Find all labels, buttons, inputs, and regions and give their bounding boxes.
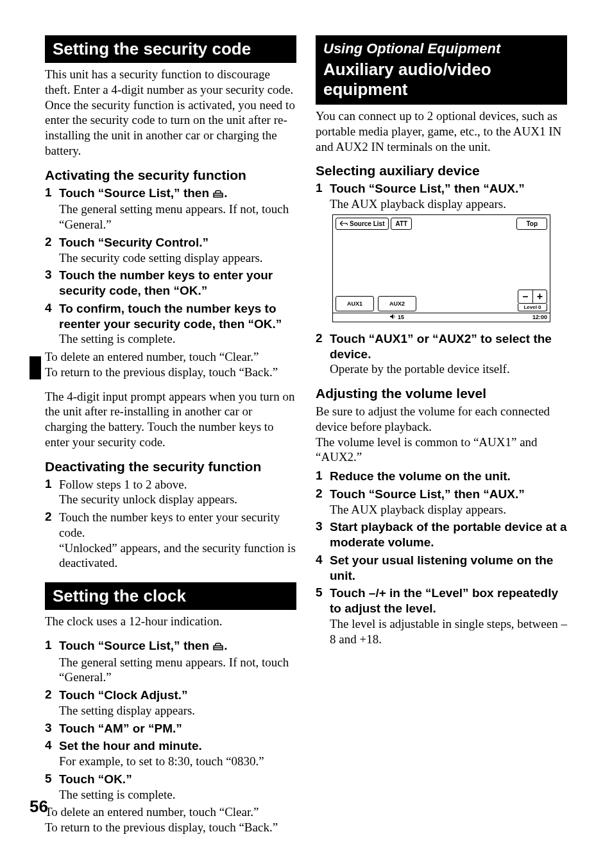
activate-step-3: 3 Touch the number keys to enter your se… bbox=[45, 268, 296, 299]
step-follow: The general setting menu appears. If not… bbox=[59, 655, 289, 684]
step-number: 3 bbox=[45, 721, 59, 736]
over-heading: Using Optional Equipment bbox=[316, 35, 567, 58]
step-lead: Touch “OK.” bbox=[59, 772, 132, 786]
step-lead: Touch “AUX1” or “AUX2” to select the dev… bbox=[330, 332, 552, 361]
step-number: 1 bbox=[316, 181, 330, 212]
clock-step-1: 1 Touch “Source List,” then . The genera… bbox=[45, 638, 296, 685]
step-follow: For example, to set to 8:30, touch “0830… bbox=[59, 754, 264, 768]
adjust-step-2: 2 Touch “Source List,” then “AUX.” The A… bbox=[316, 487, 567, 517]
step-follow: The general setting menu appears. If not… bbox=[59, 202, 289, 231]
toolbox-icon bbox=[212, 187, 224, 202]
step-number: 4 bbox=[45, 301, 59, 347]
activate-note-1: To delete an entered number, touch “Clea… bbox=[45, 349, 296, 380]
step-follow: The security code setting display appear… bbox=[59, 251, 263, 265]
step-text: Touch the number keys to enter your secu… bbox=[59, 510, 280, 539]
step-follow: The AUX playback display appears. bbox=[330, 197, 506, 211]
step-number: 3 bbox=[45, 268, 59, 299]
step-number: 3 bbox=[316, 519, 330, 550]
step-follow: The setting display appears. bbox=[59, 704, 195, 717]
step-lead: Touch “Source List,” then “AUX.” bbox=[330, 182, 525, 195]
activating-heading: Activating the security function bbox=[45, 168, 296, 183]
step-follow: The level is adjustable in single steps,… bbox=[330, 617, 567, 646]
adjust-step-5: 5 Touch –/+ in the “Level” box repeatedl… bbox=[316, 586, 567, 647]
aux-content-area bbox=[333, 232, 550, 293]
activate-step-4: 4 To confirm, touch the number keys to r… bbox=[45, 301, 296, 347]
aux2-button[interactable]: AUX2 bbox=[378, 296, 416, 311]
manual-page: Setting the security code This unit has … bbox=[0, 0, 612, 868]
activate-step-2: 2 Touch “Security Control.” The security… bbox=[45, 235, 296, 266]
select-step-2: 2 Touch “AUX1” or “AUX2” to select the d… bbox=[316, 331, 567, 377]
aux-status-bar: 15 12:00 bbox=[333, 313, 550, 322]
deactivate-step-1: 1 Follow steps 1 to 2 above. The securit… bbox=[45, 477, 296, 508]
step-number: 4 bbox=[316, 553, 330, 584]
adjust-step-4: 4 Set your usual listening volume on the… bbox=[316, 553, 567, 584]
att-button[interactable]: ATT bbox=[391, 218, 412, 230]
level-minus-button[interactable]: – bbox=[518, 290, 532, 303]
clock-step-2: 2 Touch “Clock Adjust.” The setting disp… bbox=[45, 688, 296, 718]
step-number: 2 bbox=[45, 235, 59, 266]
step-lead: Start playback of the portable device at… bbox=[330, 520, 567, 549]
step-lead-tail: . bbox=[224, 186, 227, 200]
clock-note: To delete an entered number, touch “Clea… bbox=[45, 804, 296, 835]
step-follow: The setting is complete. bbox=[59, 788, 176, 801]
section-index-tab bbox=[30, 356, 41, 379]
aux-intro: You can connect up to 2 optional devices… bbox=[316, 108, 567, 154]
step-number: 2 bbox=[316, 331, 330, 377]
step-follow: The security unlock display appears. bbox=[59, 492, 237, 506]
step-lead: Touch “Source List,” then “AUX.” bbox=[330, 487, 525, 501]
deactivate-step-2: 2 Touch the number keys to enter your se… bbox=[45, 510, 296, 571]
step-follow: Operate by the portable device itself. bbox=[330, 362, 510, 376]
step-number: 1 bbox=[45, 638, 59, 685]
step-follow: “Unlocked” appears, and the security fun… bbox=[59, 541, 296, 570]
step-number: 1 bbox=[45, 186, 59, 232]
adjust-step-3: 3 Start playback of the portable device … bbox=[316, 519, 567, 550]
step-lead: Touch “Source List,” then bbox=[59, 639, 212, 652]
security-intro: This unit has a security function to dis… bbox=[45, 67, 296, 159]
clock-step-5: 5 Touch “OK.” The setting is complete. bbox=[45, 772, 296, 803]
step-lead: To confirm, touch the number keys to ree… bbox=[59, 302, 282, 331]
step-number: 1 bbox=[316, 469, 330, 484]
aux1-button[interactable]: AUX1 bbox=[336, 296, 374, 311]
step-lead: Reduce the volume on the unit. bbox=[330, 469, 511, 483]
top-button[interactable]: Top bbox=[516, 218, 547, 230]
source-list-label: Source List bbox=[350, 220, 384, 227]
step-lead: Set your usual listening volume on the u… bbox=[330, 553, 553, 582]
section-heading-security: Setting the security code bbox=[45, 35, 296, 63]
clock-step-4: 4 Set the hour and minute. For example, … bbox=[45, 738, 296, 769]
activate-step-1: 1 Touch “Source List,” then . The genera… bbox=[45, 186, 296, 232]
step-follow: The setting is complete. bbox=[59, 332, 176, 345]
toolbox-icon bbox=[212, 639, 224, 655]
source-list-button[interactable]: Source List bbox=[336, 218, 389, 230]
activate-note-2: The 4-digit input prompt appears when yo… bbox=[45, 389, 296, 450]
step-number: 2 bbox=[45, 510, 59, 571]
step-follow: The AUX playback display appears. bbox=[330, 503, 506, 516]
svg-point-0 bbox=[346, 223, 347, 224]
step-lead: Set the hour and minute. bbox=[59, 739, 202, 752]
step-text: Follow steps 1 to 2 above. bbox=[59, 478, 187, 491]
step-lead: Touch “Clock Adjust.” bbox=[59, 688, 188, 702]
volume-value: 15 bbox=[398, 314, 404, 320]
step-lead: Touch “Source List,” then bbox=[59, 186, 212, 200]
step-number: 5 bbox=[316, 586, 330, 647]
step-number: 2 bbox=[45, 688, 59, 718]
clock-intro: The clock uses a 12-hour indication. bbox=[45, 614, 296, 629]
step-number: 2 bbox=[316, 487, 330, 517]
clock-value: 12:00 bbox=[532, 314, 547, 320]
deactivating-heading: Deactivating the security function bbox=[45, 459, 296, 474]
section-heading-clock: Setting the clock bbox=[45, 582, 296, 610]
selecting-heading: Selecting auxiliary device bbox=[316, 163, 567, 178]
clock-step-3: 3 Touch “AM” or “PM.” bbox=[45, 721, 296, 736]
aux-bottom-bar: AUX1 AUX2 – + Level 0 15 bbox=[333, 293, 550, 322]
step-lead: Touch the number keys to enter your secu… bbox=[59, 268, 273, 297]
volume-icon bbox=[390, 314, 396, 320]
step-lead: Touch “Security Control.” bbox=[59, 236, 208, 249]
level-control: – + Level 0 bbox=[518, 290, 547, 311]
select-step-1: 1 Touch “Source List,” then “AUX.” The A… bbox=[316, 181, 567, 212]
aux-playback-screenshot: Source List ATT Top AUX1 AUX2 – bbox=[332, 214, 550, 322]
level-plus-button[interactable]: + bbox=[532, 290, 547, 303]
back-icon bbox=[340, 220, 348, 227]
right-column: Using Optional Equipment Auxiliary audio… bbox=[316, 35, 567, 835]
step-lead: Touch “AM” or “PM.” bbox=[59, 722, 182, 735]
step-lead-tail: . bbox=[224, 639, 227, 652]
level-label: Level 0 bbox=[518, 304, 547, 311]
